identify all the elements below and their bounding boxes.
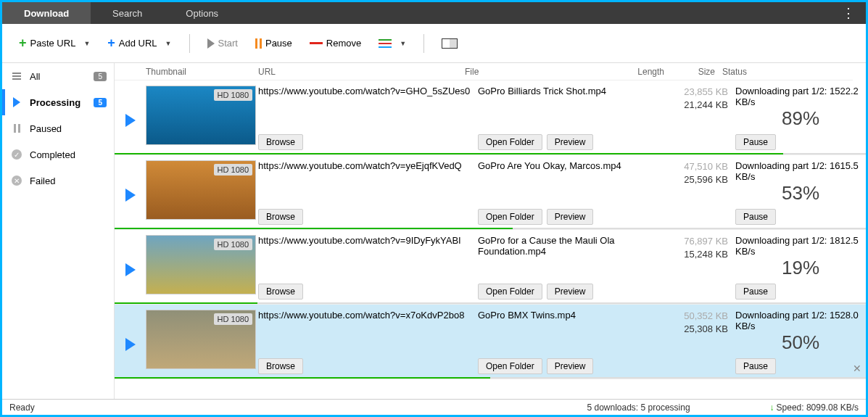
minus-icon (310, 42, 323, 44)
download-row[interactable]: HD 1080 https://www.youtube.com/watch?v=… (115, 230, 866, 305)
layout-icon (442, 38, 458, 49)
statusbar: Ready 5 downloads: 5 processing ↓ Speed:… (2, 399, 866, 415)
top-tabs: Download Search Options ⋮ (2, 2, 866, 24)
preview-button[interactable]: Preview (547, 134, 594, 150)
download-row[interactable]: HD 1080 https://www.youtube.com/watch?v=… (115, 305, 866, 379)
play-icon (207, 38, 215, 49)
col-thumbnail[interactable]: Thumbnail (146, 67, 258, 77)
col-status[interactable]: Status (715, 67, 853, 77)
col-file[interactable]: File (465, 67, 624, 77)
open-folder-button[interactable]: Open Folder (478, 209, 542, 225)
menu-dots-icon[interactable]: ⋮ (842, 2, 856, 24)
remove-button[interactable]: Remove (304, 35, 367, 51)
tab-search[interactable]: Search (91, 2, 164, 24)
close-icon[interactable]: ✕ (853, 363, 861, 374)
tab-download[interactable]: Download (2, 2, 91, 24)
col-url[interactable]: URL (258, 67, 465, 77)
row-play-icon[interactable] (125, 338, 136, 351)
chevron-down-icon[interactable]: ▼ (165, 40, 172, 47)
tab-options[interactable]: Options (164, 2, 240, 24)
open-folder-button[interactable]: Open Folder (478, 134, 542, 150)
open-folder-button[interactable]: Open Folder (478, 284, 542, 300)
thumbnail[interactable]: HD 1080 (146, 86, 256, 145)
row-done-size: 21,244 KB (677, 99, 728, 112)
toolbar: +Paste URL▼ +Add URL▼ Start Pause Remove… (2, 24, 866, 63)
row-done-size: 25,596 KB (677, 173, 728, 186)
browse-button[interactable]: Browse (258, 358, 303, 374)
play-icon (13, 97, 20, 107)
x-icon: ✕ (12, 176, 22, 186)
row-percent: 19% (735, 257, 866, 279)
col-length[interactable]: Length (624, 67, 664, 77)
progress-bar (115, 153, 866, 154)
filter-button[interactable]: ▼ (373, 36, 412, 51)
row-status-text: Downloading part 1/2: 1615.5 KB/s (735, 160, 866, 182)
sidebar-item-processing[interactable]: Processing 5 (2, 89, 114, 115)
preview-button[interactable]: Preview (547, 358, 594, 374)
thumbnail[interactable]: HD 1080 (146, 235, 256, 294)
browse-button[interactable]: Browse (258, 134, 303, 150)
row-play-icon[interactable] (125, 189, 136, 202)
sidebar-item-failed[interactable]: ✕ Failed (2, 168, 114, 194)
chevron-down-icon[interactable]: ▼ (83, 40, 90, 47)
layout-button[interactable] (436, 36, 463, 51)
row-play-icon[interactable] (125, 114, 136, 127)
status-ready: Ready (9, 402, 35, 413)
row-play-icon[interactable] (125, 263, 136, 276)
add-url-button[interactable]: +Add URL▼ (102, 33, 177, 54)
row-url: https://www.youtube.com/watch?v=9IDyFykY… (258, 235, 474, 246)
count-badge: 5 (94, 98, 107, 107)
preview-button[interactable]: Preview (547, 284, 594, 300)
sidebar-item-completed[interactable]: ✓ Completed (2, 141, 114, 168)
count-badge: 5 (94, 72, 107, 81)
row-url: https://www.youtube.com/watch?v=GHO_5sZU… (258, 86, 474, 96)
row-status-text: Downloading part 1/2: 1812.5 KB/s (735, 235, 866, 257)
chevron-down-icon: ▼ (400, 40, 406, 47)
row-percent: 89% (735, 107, 866, 130)
sidebar-item-all[interactable]: All 5 (2, 63, 114, 89)
quality-badge: HD 1080 (214, 239, 252, 250)
row-total-size: 50,352 KB (677, 310, 728, 323)
quality-badge: HD 1080 (214, 313, 252, 325)
download-arrow-icon: ↓ (770, 402, 774, 413)
thumbnail[interactable]: HD 1080 (146, 310, 256, 369)
table-header: Thumbnail URL File Length Size Status (115, 63, 853, 80)
row-pause-button[interactable]: Pause (735, 358, 776, 374)
plus-icon: + (19, 36, 27, 51)
row-filename: GoPro for a Cause the Mauli Ola Foundati… (478, 235, 633, 257)
progress-bar (115, 302, 866, 304)
row-status-text: Downloading part 1/2: 1528.0 KB/s (735, 310, 866, 331)
pause-button[interactable]: Pause (249, 35, 298, 51)
quality-badge: HD 1080 (214, 89, 252, 101)
start-button[interactable]: Start (202, 35, 244, 51)
check-icon: ✓ (12, 149, 22, 160)
col-size[interactable]: Size (664, 67, 715, 77)
download-row[interactable]: HD 1080 https://www.youtube.com/watch?v=… (115, 80, 866, 155)
row-total-size: 47,510 KB (677, 160, 728, 173)
thumbnail[interactable]: HD 1080 (146, 160, 256, 220)
status-speed: Speed: 8099.08 KB/s (777, 402, 859, 413)
row-pause-button[interactable]: Pause (735, 134, 776, 150)
download-list: HD 1080 https://www.youtube.com/watch?v=… (115, 80, 866, 399)
sidebar: All 5 Processing 5 Paused ✓ Completed ✕ … (2, 63, 115, 399)
browse-button[interactable]: Browse (258, 284, 303, 300)
quality-badge: HD 1080 (214, 164, 252, 176)
browse-button[interactable]: Browse (258, 209, 303, 225)
paste-url-button[interactable]: +Paste URL▼ (13, 33, 96, 54)
row-pause-button[interactable]: Pause (735, 284, 776, 300)
row-filename: GoPro Are You Okay, Marcos.mp4 (478, 160, 633, 171)
pause-icon (255, 38, 262, 49)
row-done-size: 15,248 KB (677, 248, 728, 261)
status-downloads: 5 downloads: 5 processing (587, 402, 690, 413)
row-percent: 53% (735, 182, 866, 205)
progress-bar (115, 228, 866, 229)
row-filename: GoPro BMX Twins.mp4 (478, 310, 633, 321)
row-pause-button[interactable]: Pause (735, 209, 776, 225)
preview-button[interactable]: Preview (547, 209, 594, 225)
row-status-text: Downloading part 1/2: 1522.2 KB/s (735, 86, 866, 107)
download-row[interactable]: HD 1080 https://www.youtube.com/watch?v=… (115, 155, 866, 230)
row-total-size: 76,897 KB (677, 235, 728, 248)
open-folder-button[interactable]: Open Folder (478, 358, 542, 374)
list-icon (11, 70, 22, 82)
sidebar-item-paused[interactable]: Paused (2, 115, 114, 141)
